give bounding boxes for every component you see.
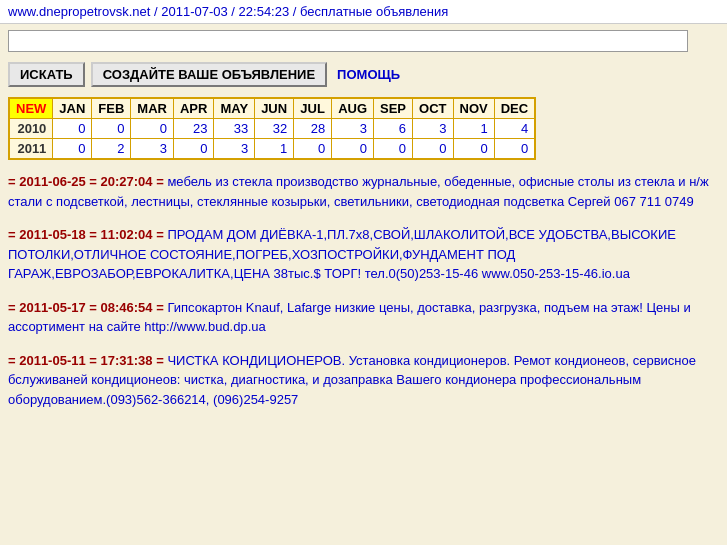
col-mar: MAR xyxy=(131,98,174,119)
year-cell-2011: 2011 xyxy=(9,139,53,160)
col-new: NEW xyxy=(9,98,53,119)
calendar-cell[interactable]: 3 xyxy=(332,119,374,139)
search-bar xyxy=(0,24,727,58)
search-button[interactable]: ИСКАТЬ xyxy=(8,62,85,87)
col-sep: SEP xyxy=(374,98,413,119)
calendar-cell[interactable]: 0 xyxy=(173,139,213,160)
calendar-row-2010: 20100002333322836314 xyxy=(9,119,535,139)
calendar-cell[interactable]: 0 xyxy=(294,139,332,160)
calendar-table: NEW JAN FEB MAR APR MAY JUN JUL AUG SEP … xyxy=(8,97,536,160)
header-separator2: / xyxy=(231,4,238,19)
calendar-cell[interactable]: 0 xyxy=(413,139,453,160)
col-jul: JUL xyxy=(294,98,332,119)
listing-content: = 2011-06-25 = 20:27:04 = мебель из стек… xyxy=(8,172,719,211)
calendar-section: NEW JAN FEB MAR APR MAY JUN JUL AUG SEP … xyxy=(0,97,727,160)
col-may: MAY xyxy=(214,98,255,119)
calendar-cell[interactable]: 6 xyxy=(374,119,413,139)
calendar-header-row: NEW JAN FEB MAR APR MAY JUN JUL AUG SEP … xyxy=(9,98,535,119)
col-dec: DEC xyxy=(494,98,535,119)
listings-section: = 2011-06-25 = 20:27:04 = мебель из стек… xyxy=(0,166,727,429)
calendar-cell[interactable]: 0 xyxy=(332,139,374,160)
header: www.dnepropetrovsk.net / 2011-07-03 / 22… xyxy=(0,0,727,24)
calendar-cell[interactable]: 23 xyxy=(173,119,213,139)
col-oct: OCT xyxy=(413,98,453,119)
listing-item: = 2011-05-11 = 17:31:38 = ЧИСТКА КОНДИЦИ… xyxy=(8,351,719,410)
calendar-cell[interactable]: 3 xyxy=(413,119,453,139)
listing-item: = 2011-06-25 = 20:27:04 = мебель из стек… xyxy=(8,172,719,211)
calendar-cell[interactable]: 28 xyxy=(294,119,332,139)
calendar-cell[interactable]: 0 xyxy=(131,119,174,139)
calendar-cell[interactable]: 32 xyxy=(255,119,294,139)
year-cell-2010: 2010 xyxy=(9,119,53,139)
listing-meta: = 2011-05-11 = 17:31:38 = xyxy=(8,353,167,368)
calendar-cell[interactable]: 0 xyxy=(374,139,413,160)
col-feb: FEB xyxy=(92,98,131,119)
search-input[interactable] xyxy=(8,30,688,52)
listing-item: = 2011-05-17 = 08:46:54 = Гипсокартон Kn… xyxy=(8,298,719,337)
calendar-cell[interactable]: 3 xyxy=(214,139,255,160)
calendar-row-2011: 2011023031000000 xyxy=(9,139,535,160)
calendar-cell[interactable]: 0 xyxy=(53,139,92,160)
listing-item: = 2011-05-18 = 11:02:04 = ПРОДАМ ДОМ ДИЁ… xyxy=(8,225,719,284)
listing-meta: = 2011-06-25 = 20:27:04 = xyxy=(8,174,167,189)
col-nov: NOV xyxy=(453,98,494,119)
header-time: 22:54:23 xyxy=(239,4,290,19)
calendar-cell[interactable]: 2 xyxy=(92,139,131,160)
listing-meta: = 2011-05-18 = 11:02:04 = xyxy=(8,227,167,242)
listing-content: = 2011-05-18 = 11:02:04 = ПРОДАМ ДОМ ДИЁ… xyxy=(8,225,719,284)
calendar-cell[interactable]: 1 xyxy=(255,139,294,160)
calendar-cell[interactable]: 1 xyxy=(453,119,494,139)
calendar-cell[interactable]: 0 xyxy=(92,119,131,139)
col-jan: JAN xyxy=(53,98,92,119)
calendar-cell[interactable]: 0 xyxy=(494,139,535,160)
listing-content: = 2011-05-17 = 08:46:54 = Гипсокартон Kn… xyxy=(8,298,719,337)
help-link[interactable]: ПОМОЩЬ xyxy=(337,67,400,82)
calendar-cell[interactable]: 4 xyxy=(494,119,535,139)
header-date: 2011-07-03 xyxy=(161,4,228,19)
col-aug: AUG xyxy=(332,98,374,119)
toolbar: ИСКАТЬ СОЗДАЙТЕ ВАШЕ ОБЪЯВЛЕНИЕ ПОМОЩЬ xyxy=(0,58,727,91)
listing-meta: = 2011-05-17 = 08:46:54 = xyxy=(8,300,167,315)
col-apr: APR xyxy=(173,98,213,119)
listing-content: = 2011-05-11 = 17:31:38 = ЧИСТКА КОНДИЦИ… xyxy=(8,351,719,410)
calendar-cell[interactable]: 3 xyxy=(131,139,174,160)
site-name: www.dnepropetrovsk.net xyxy=(8,4,150,19)
col-jun: JUN xyxy=(255,98,294,119)
calendar-cell[interactable]: 0 xyxy=(453,139,494,160)
calendar-cell[interactable]: 33 xyxy=(214,119,255,139)
header-separator3: / xyxy=(293,4,300,19)
calendar-cell[interactable]: 0 xyxy=(53,119,92,139)
create-button[interactable]: СОЗДАЙТЕ ВАШЕ ОБЪЯВЛЕНИЕ xyxy=(91,62,327,87)
header-section: бесплатные объявления xyxy=(300,4,448,19)
